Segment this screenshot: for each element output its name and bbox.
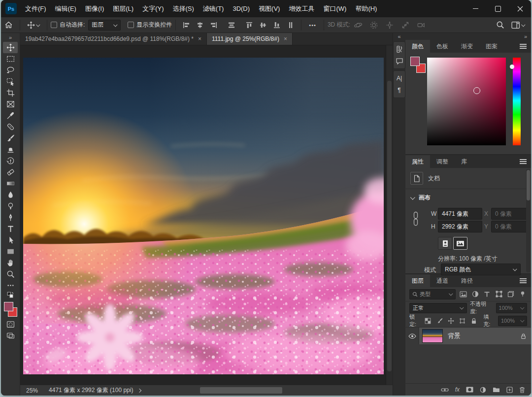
- frame-tool[interactable]: [3, 99, 18, 110]
- canvas-viewport[interactable]: [20, 45, 393, 385]
- align-right-button[interactable]: [207, 21, 221, 29]
- history-brush-tool[interactable]: [3, 155, 18, 166]
- filter-type-dropdown[interactable]: 类型: [409, 289, 456, 299]
- move-tool[interactable]: [3, 42, 18, 53]
- menu-select[interactable]: 选择(S): [168, 0, 198, 17]
- edit-toolbar-button[interactable]: [3, 280, 18, 291]
- tab-swatches[interactable]: 色板: [430, 40, 455, 53]
- distribute-centers-button[interactable]: [221, 21, 238, 29]
- canvas-section-header[interactable]: 画布: [411, 194, 431, 202]
- layer-selected-area[interactable]: 背景: [419, 328, 531, 344]
- layer-visibility-toggle[interactable]: [405, 328, 419, 344]
- lock-all-button[interactable]: [470, 318, 478, 324]
- align-top-button[interactable]: [238, 21, 256, 29]
- menu-filter[interactable]: 滤镜(T): [199, 0, 229, 17]
- healing-brush-tool[interactable]: [3, 121, 18, 132]
- lock-transparent-button[interactable]: [424, 318, 432, 324]
- filter-shape-layers-button[interactable]: [495, 291, 503, 298]
- tool-preset-move[interactable]: [24, 17, 43, 33]
- auto-select-target-dropdown[interactable]: 图层: [88, 20, 121, 31]
- crop-tool[interactable]: [3, 87, 18, 99]
- lock-position-button[interactable]: [447, 318, 455, 324]
- path-selection-tool[interactable]: [3, 234, 18, 246]
- panel-menu-icon[interactable]: [520, 43, 527, 50]
- horizontal-scrollbar-thumb[interactable]: [200, 387, 282, 394]
- tab-channels[interactable]: 通道: [430, 274, 455, 287]
- character-panel-button[interactable]: A|: [394, 72, 405, 84]
- eraser-tool[interactable]: [3, 166, 18, 178]
- layer-row-background[interactable]: 背景: [405, 328, 531, 344]
- new-group-button[interactable]: [493, 387, 500, 393]
- tab-layers[interactable]: 图层: [405, 274, 430, 287]
- 3d-camera-button[interactable]: [413, 17, 429, 33]
- auto-select-checkbox[interactable]: [51, 22, 57, 28]
- blend-mode-dropdown[interactable]: 正常: [409, 303, 467, 313]
- filter-toggle-pin[interactable]: [519, 291, 527, 297]
- quick-mask-button[interactable]: [3, 319, 18, 330]
- properties-scrollbar[interactable]: [526, 169, 531, 272]
- menu-plugins[interactable]: 增效工具: [284, 0, 319, 17]
- close-button[interactable]: [509, 0, 531, 17]
- vertical-scrollbar-thumb[interactable]: [387, 81, 392, 371]
- tab-close-icon[interactable]: ×: [198, 35, 201, 42]
- width-field[interactable]: 4471 像素: [438, 208, 482, 220]
- tab-properties[interactable]: 属性: [405, 155, 430, 168]
- portrait-orientation-button[interactable]: [438, 237, 452, 250]
- notes-panel-button[interactable]: [394, 55, 405, 67]
- document-tab-active[interactable]: 1111.jpg @ 25%(RGB/8#) ×: [207, 33, 293, 45]
- align-bottom-button[interactable]: [270, 21, 284, 29]
- align-middle-button[interactable]: [256, 21, 270, 29]
- 3d-slide-button[interactable]: [398, 17, 413, 33]
- brush-tool[interactable]: [3, 132, 18, 144]
- minimize-button[interactable]: [465, 0, 487, 17]
- filter-pixel-layers-button[interactable]: [459, 291, 467, 298]
- expand-toolbar-icon[interactable]: »: [1, 33, 20, 42]
- screen-mode-button[interactable]: [3, 330, 18, 341]
- properties-scrollbar-thumb[interactable]: [527, 170, 530, 200]
- new-layer-button[interactable]: [506, 387, 513, 393]
- menu-help[interactable]: 帮助(H): [351, 0, 381, 17]
- canvas-image[interactable]: [23, 58, 384, 374]
- tab-paths[interactable]: 路径: [455, 274, 479, 287]
- fill-dropdown[interactable]: 100%: [498, 316, 527, 326]
- collapse-panels-icon[interactable]: »: [524, 33, 527, 39]
- opacity-dropdown[interactable]: 100%: [496, 303, 527, 313]
- paragraph-panel-button[interactable]: ¶: [394, 84, 405, 96]
- swap-colors-icon[interactable]: [3, 291, 18, 299]
- panel-menu-icon[interactable]: [520, 158, 527, 165]
- eyedropper-tool[interactable]: [3, 110, 18, 121]
- align-center-h-button[interactable]: [193, 21, 207, 29]
- tab-libraries[interactable]: 库: [455, 155, 473, 168]
- tab-gradients[interactable]: 渐变: [455, 40, 479, 53]
- vertical-scrollbar[interactable]: [386, 45, 393, 385]
- align-left-button[interactable]: [179, 21, 193, 29]
- 3d-orbit-button[interactable]: [350, 17, 366, 33]
- menu-file[interactable]: 文件(F): [21, 0, 51, 17]
- panel-menu-icon[interactable]: [520, 277, 527, 285]
- menu-image[interactable]: 图像(I): [81, 0, 108, 17]
- tab-adjustments[interactable]: 调整: [430, 155, 455, 168]
- tab-color[interactable]: 颜色: [405, 40, 430, 53]
- color-picker-cursor[interactable]: [473, 87, 480, 94]
- 3d-pan-button[interactable]: [382, 17, 398, 33]
- lasso-tool[interactable]: [3, 65, 18, 76]
- filter-smart-objects-button[interactable]: [507, 291, 515, 298]
- zoom-tool[interactable]: [3, 268, 18, 280]
- zoom-level-field[interactable]: 25%: [26, 387, 38, 394]
- link-layers-button[interactable]: [441, 388, 449, 392]
- link-dimensions-icon[interactable]: [412, 211, 419, 226]
- object-selection-tool[interactable]: [3, 76, 18, 87]
- lock-pixels-button[interactable]: [435, 318, 443, 324]
- new-adjustment-layer-button[interactable]: [480, 387, 486, 393]
- show-transform-checkbox[interactable]: [128, 22, 134, 28]
- tab-close-icon[interactable]: ×: [284, 35, 287, 42]
- height-field[interactable]: 2992 像素: [438, 221, 482, 232]
- hue-slider[interactable]: [513, 58, 521, 145]
- filter-adjustment-layers-button[interactable]: [471, 291, 479, 298]
- menu-edit[interactable]: 编辑(E): [51, 0, 81, 17]
- tab-patterns[interactable]: 图案: [479, 40, 504, 53]
- home-button[interactable]: [1, 17, 16, 33]
- delete-layer-button[interactable]: [519, 387, 525, 393]
- pen-tool[interactable]: [3, 212, 18, 223]
- layer-effects-button[interactable]: fx: [455, 386, 460, 393]
